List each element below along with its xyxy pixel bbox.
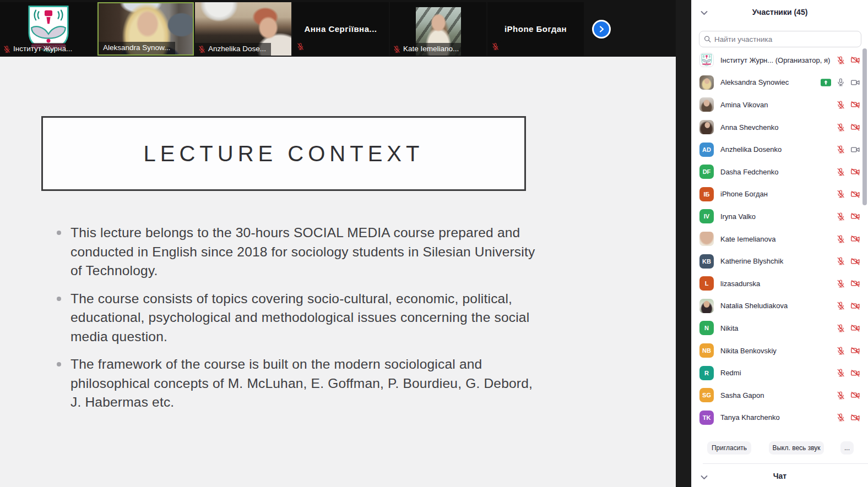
participant-name: Redmi (720, 369, 833, 377)
mic-off-icon (836, 256, 845, 266)
participant-name: lizasadurska (720, 280, 833, 288)
mic-off-icon (836, 234, 845, 244)
camera-off-icon (850, 390, 860, 400)
participant-row[interactable]: NBNikita Benkovskiy (692, 340, 868, 362)
camera-off-icon (850, 55, 860, 65)
participant-row[interactable]: Llizasadurska (692, 272, 868, 295)
chevron-right-icon (598, 25, 605, 33)
participant-row[interactable]: IVIryna Valko (692, 205, 868, 228)
participant-row[interactable]: Kate Iemelianova (692, 228, 868, 250)
tile-participant-name: Kate Iemeliano... (403, 45, 459, 53)
chat-header: Чат (692, 469, 868, 484)
camera-off-icon (850, 211, 860, 221)
video-tile[interactable]: Aleksandra Synow... (97, 2, 194, 56)
participant-status-icons (836, 211, 860, 221)
participant-name: Kate Iemelianova (720, 235, 833, 243)
mic-off-icon (836, 212, 845, 221)
participant-row[interactable]: SGSasha Gapon (692, 384, 868, 407)
participants-scrollbar[interactable] (862, 48, 867, 205)
participant-row[interactable]: NNikita (692, 317, 868, 340)
participant-status-icons (836, 100, 860, 110)
invite-button[interactable]: Пригласить (707, 441, 751, 455)
participant-row[interactable]: Aleksandra Synowiec (692, 72, 868, 94)
participant-status-icons (836, 55, 860, 65)
video-tile[interactable]: Kate Iemeliano... (390, 2, 486, 56)
participant-name: Nikita (720, 324, 833, 332)
tile-name-label: Aleksandra Synow... (99, 42, 175, 54)
tile-participant-name: Інститут Журна... (13, 45, 72, 53)
mic-on-icon (836, 78, 845, 87)
participant-status-icons (836, 145, 860, 155)
slide-title: LECTURE CONTEXT (144, 141, 424, 166)
more-options-button[interactable]: ... (840, 441, 854, 455)
participant-avatar: ІНСТИТУТ ЖУРНАЛІСТИКИ (699, 53, 714, 67)
tile-participant-name: Анна Сергіївна... (292, 2, 389, 56)
video-strip: ІНСТИТУТ ЖУРНАЛІСТИКИ Інститут Журна...A… (0, 0, 676, 57)
camera-off-icon (850, 100, 860, 110)
participant-row[interactable]: KBKatherine Blyshchik (692, 250, 868, 272)
participant-name: Dasha Fedchenko (720, 168, 833, 176)
participant-avatar (699, 299, 714, 313)
chat-title: Чат (692, 472, 868, 480)
participant-status-icons (836, 413, 860, 423)
participant-status-icons (836, 278, 860, 288)
participant-row[interactable]: Anna Shevchenko (692, 116, 868, 139)
slide-title-box: LECTURE CONTEXT (41, 116, 526, 191)
participant-row[interactable]: DFDasha Fedchenko (692, 161, 868, 183)
video-tile[interactable]: Anzhelika Dose... (195, 2, 291, 56)
participant-row[interactable]: RRedmi (692, 362, 868, 384)
search-input[interactable] (714, 35, 856, 43)
tile-participant-name: Anzhelika Dose... (208, 45, 266, 53)
participant-status-icons (836, 167, 860, 177)
mic-off-icon (836, 368, 845, 377)
mic-off-icon (836, 301, 845, 310)
participants-list: ІНСТИТУТ ЖУРНАЛІСТИКИІнститут Журн... (О… (692, 49, 868, 429)
participant-avatar: TK (699, 411, 714, 425)
participant-name: Katherine Blyshchik (720, 257, 833, 265)
mic-off-icon (836, 145, 845, 154)
participant-row[interactable]: ІНСТИТУТ ЖУРНАЛІСТИКИІнститут Журн... (О… (692, 49, 868, 72)
camera-off-icon (850, 234, 860, 244)
mic-off-icon (836, 346, 845, 355)
video-tile[interactable]: iPhone Богдан (487, 2, 584, 56)
tile-name-label: Інститут Журна... (0, 43, 77, 56)
shared-screen-slide: LECTURE CONTEXT This lecture belongs to … (0, 57, 676, 487)
participant-row[interactable]: Amina Vikovan (692, 94, 868, 116)
mic-off-icon (296, 42, 305, 51)
mic-off-icon (3, 45, 11, 53)
participant-name: iPhone Богдан (720, 190, 833, 198)
participant-avatar: ІБ (699, 187, 714, 201)
participant-row[interactable]: ADAnzhelika Dosenko (692, 138, 868, 161)
participant-name: Aleksandra Synowiec (720, 78, 817, 86)
video-tile[interactable]: ІНСТИТУТ ЖУРНАЛІСТИКИ Інститут Журна... (0, 2, 96, 56)
participant-name: Anzhelika Dosenko (720, 145, 833, 154)
participant-avatar (699, 75, 714, 90)
participant-avatar: AD (699, 143, 714, 157)
camera-off-icon (850, 346, 860, 355)
participant-row[interactable]: ІБiPhone Богдан (692, 183, 868, 206)
tile-participant-name: Aleksandra Synow... (103, 43, 170, 52)
mute-all-button[interactable]: Выкл. весь звук (769, 441, 824, 455)
participant-avatar: NB (699, 343, 714, 358)
camera-off-icon (850, 167, 860, 177)
mic-off-icon (836, 167, 845, 177)
video-tile[interactable]: Анна Сергіївна... (292, 2, 389, 56)
tile-participant-name: iPhone Богдан (487, 2, 584, 56)
participant-status-icons (821, 78, 860, 87)
participant-status-icons (836, 346, 860, 355)
participant-status-icons (836, 234, 860, 244)
participant-row[interactable]: TKTanya Kharchenko (692, 407, 868, 429)
participant-row[interactable]: Natalia Sheludiakova (692, 295, 868, 318)
participant-avatar (699, 232, 714, 246)
participant-status-icons (836, 323, 860, 333)
participant-name: Amina Vikovan (720, 101, 833, 109)
participant-name: Iryna Valko (720, 212, 833, 221)
participant-search[interactable] (699, 31, 861, 47)
participants-header: Участники (45) (692, 0, 868, 25)
next-page-button[interactable] (592, 20, 611, 39)
participant-avatar: DF (699, 165, 714, 179)
participant-status-icons (836, 368, 860, 378)
mic-off-icon (836, 324, 845, 333)
tile-name-label: Kate Iemeliano... (390, 43, 464, 56)
slide-bullet: The course consists of topics covering s… (55, 289, 540, 347)
